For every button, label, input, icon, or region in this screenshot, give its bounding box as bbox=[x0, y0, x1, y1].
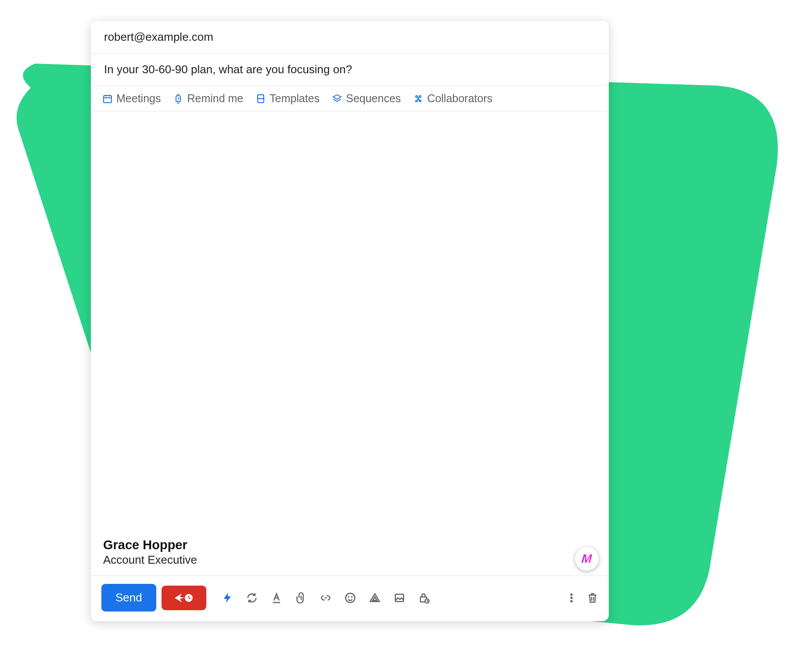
brand-badge[interactable]: M bbox=[575, 547, 599, 571]
svg-rect-10 bbox=[258, 95, 264, 99]
to-field-row bbox=[91, 21, 609, 54]
calendar-icon bbox=[102, 93, 113, 104]
watch-icon bbox=[173, 93, 183, 104]
remind-label: Remind me bbox=[187, 92, 243, 105]
svg-rect-0 bbox=[104, 96, 111, 103]
template-icon bbox=[255, 93, 266, 104]
svg-point-35 bbox=[571, 600, 572, 602]
meetings-label: Meetings bbox=[116, 92, 161, 105]
drive-icon bbox=[369, 592, 381, 604]
link-icon bbox=[320, 592, 332, 604]
templates-label: Templates bbox=[269, 92, 320, 105]
sequences-button[interactable]: Sequences bbox=[332, 92, 401, 105]
remind-button[interactable]: Remind me bbox=[173, 92, 243, 105]
signature-title: Account Executive bbox=[103, 553, 197, 567]
confidential-button[interactable] bbox=[418, 592, 430, 604]
signature-name: Grace Hopper bbox=[103, 538, 197, 552]
collaborators-button[interactable]: Collaborators bbox=[413, 92, 492, 105]
format-toolbar bbox=[221, 592, 430, 604]
emoji-icon bbox=[344, 592, 356, 604]
layers-icon bbox=[332, 93, 342, 104]
compose-window: Meetings Remind me Templates bbox=[91, 21, 609, 621]
track-button[interactable] bbox=[246, 592, 258, 604]
emoji-button[interactable] bbox=[344, 592, 356, 604]
link-button[interactable] bbox=[320, 592, 332, 604]
text-format-icon bbox=[270, 592, 283, 604]
subject-input[interactable] bbox=[103, 62, 596, 77]
people-icon bbox=[413, 93, 424, 104]
sequences-label: Sequences bbox=[346, 92, 401, 105]
svg-point-33 bbox=[571, 594, 572, 595]
discard-button[interactable] bbox=[587, 592, 598, 604]
paperclip-icon bbox=[295, 592, 307, 604]
svg-marker-27 bbox=[373, 597, 377, 600]
svg-rect-28 bbox=[395, 594, 403, 601]
svg-line-32 bbox=[427, 601, 428, 601]
attach-button[interactable] bbox=[295, 592, 307, 604]
more-vert-icon bbox=[566, 592, 577, 604]
svg-point-24 bbox=[349, 597, 349, 597]
svg-line-6 bbox=[178, 99, 179, 99]
tool-row: Meetings Remind me Templates bbox=[91, 86, 609, 111]
signature-block: Grace Hopper Account Executive bbox=[103, 538, 197, 567]
svg-point-25 bbox=[352, 597, 352, 597]
templates-button[interactable]: Templates bbox=[255, 92, 320, 105]
image-icon bbox=[393, 592, 406, 604]
refresh-icon bbox=[246, 592, 258, 604]
more-button[interactable] bbox=[566, 592, 577, 604]
bottom-toolbar: Send bbox=[91, 576, 609, 621]
to-input[interactable] bbox=[103, 30, 596, 44]
subject-field-row bbox=[91, 54, 609, 86]
send-later-icon bbox=[174, 592, 194, 604]
send-later-button[interactable] bbox=[162, 586, 206, 610]
right-toolbar bbox=[566, 592, 598, 604]
svg-point-34 bbox=[571, 597, 572, 598]
bolt-button[interactable] bbox=[221, 592, 234, 604]
brand-badge-logo: M bbox=[581, 552, 593, 566]
meetings-button[interactable]: Meetings bbox=[102, 92, 161, 105]
send-button[interactable]: Send bbox=[101, 584, 156, 612]
svg-point-23 bbox=[345, 593, 355, 602]
collaborators-label: Collaborators bbox=[427, 92, 492, 105]
text-format-button[interactable] bbox=[270, 592, 283, 604]
drive-button[interactable] bbox=[369, 592, 381, 604]
trash-icon bbox=[587, 592, 598, 604]
compose-body[interactable]: Grace Hopper Account Executive M bbox=[91, 111, 609, 576]
image-button[interactable] bbox=[393, 592, 406, 604]
lock-clock-icon bbox=[418, 592, 430, 604]
bolt-icon bbox=[221, 592, 234, 604]
svg-marker-11 bbox=[333, 95, 341, 99]
